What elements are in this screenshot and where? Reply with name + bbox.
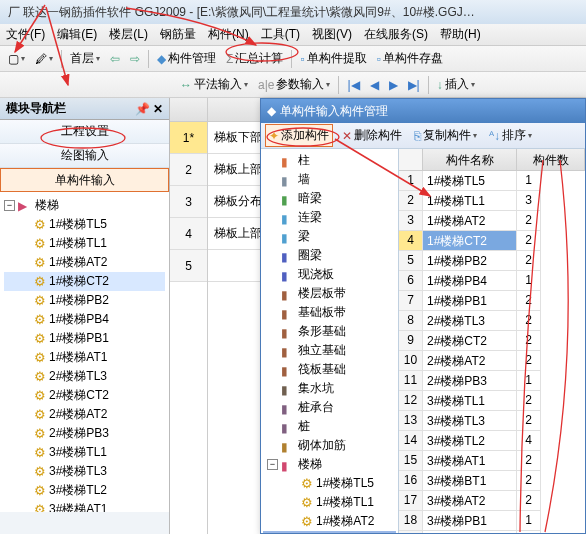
toolbar-icon-1[interactable]: ▢▾ [4, 50, 29, 68]
table-row[interactable]: 153#楼梯AT12 [399, 451, 585, 471]
table-row[interactable]: 102#楼梯AT22 [399, 351, 585, 371]
toolbar-icon-2[interactable]: 🖉▾ [31, 50, 57, 68]
table-row[interactable]: 21#楼梯TL13 [399, 191, 585, 211]
table-row[interactable]: 163#楼梯BT12 [399, 471, 585, 491]
nav-prev-icon[interactable]: ◀ [366, 76, 383, 94]
col-num[interactable] [399, 149, 423, 170]
menu-item[interactable]: 工具(T) [255, 26, 306, 43]
type-item[interactable]: ▮基础板带 [263, 303, 396, 322]
col-count[interactable]: 构件数 [517, 149, 585, 170]
table-row[interactable]: 51#楼梯PB22 [399, 251, 585, 271]
tree-item[interactable]: ⚙3#楼梯AT1 [4, 500, 165, 512]
table-row[interactable]: 61#楼梯PB41 [399, 271, 585, 291]
tree-item[interactable]: ⚙3#楼梯TL1 [4, 443, 165, 462]
table-row[interactable]: 41#楼梯CT22 [399, 231, 585, 251]
menu-item[interactable]: 构件(N) [202, 26, 255, 43]
arrow-left-icon[interactable]: ⇦ [106, 50, 124, 68]
tree-item[interactable]: ⚙1#楼梯AT1 [4, 348, 165, 367]
type-item[interactable]: ▮梁 [263, 227, 396, 246]
nav-next-icon[interactable]: ▶ [385, 76, 402, 94]
plan-input-button[interactable]: ↔ 平法输入 ▾ [176, 74, 252, 95]
type-item[interactable]: ▮墙 [263, 170, 396, 189]
tree-root-stairs[interactable]: − ▶ 楼梯 [4, 196, 165, 215]
nav-last-icon[interactable]: ▶| [404, 76, 424, 94]
tree-item[interactable]: ⚙1#楼梯TL1 [4, 234, 165, 253]
type-item[interactable]: ▮筏板基础 [263, 360, 396, 379]
type-item[interactable]: ▮桩承台 [263, 398, 396, 417]
sub-item[interactable]: ⚙1#楼梯TL1 [263, 493, 396, 512]
sub-item[interactable]: ⚙1#楼梯AT2 [263, 512, 396, 531]
tree-item[interactable]: ⚙1#楼梯TL5 [4, 215, 165, 234]
extract-button[interactable]: ▫单构件提取 [296, 48, 370, 69]
menu-item[interactable]: 钢筋量 [154, 26, 202, 43]
delete-component-button[interactable]: ✕ 删除构件 [339, 125, 405, 146]
table-row[interactable]: 173#楼梯AT22 [399, 491, 585, 511]
type-item[interactable]: ▮连梁 [263, 208, 396, 227]
type-item[interactable]: ▮楼层板带 [263, 284, 396, 303]
tree-item[interactable]: ⚙2#楼梯AT2 [4, 405, 165, 424]
type-item[interactable]: −▮楼梯 [263, 455, 396, 474]
type-item[interactable]: ▮条形基础 [263, 322, 396, 341]
table-row[interactable]: 183#楼梯PB11 [399, 511, 585, 531]
row-num[interactable]: 5 [170, 250, 207, 282]
type-item[interactable]: ▮圈梁 [263, 246, 396, 265]
tree-item[interactable]: ⚙2#楼梯TL3 [4, 367, 165, 386]
copy-component-button[interactable]: ⎘复制构件 ▾ [411, 125, 480, 146]
col-name[interactable]: 构件名称 [423, 149, 517, 170]
type-item[interactable]: ▮独立基础 [263, 341, 396, 360]
tree-item[interactable]: ⚙3#楼梯TL3 [4, 462, 165, 481]
table-row[interactable]: 92#楼梯CT22 [399, 331, 585, 351]
type-tree[interactable]: ▮柱▮墙▮暗梁▮连梁▮梁▮圈梁▮现浇板▮楼层板带▮基础板带▮条形基础▮独立基础▮… [261, 149, 399, 533]
type-item[interactable]: ▮柱 [263, 151, 396, 170]
nav-pin-icon[interactable]: 📌 [135, 102, 150, 116]
type-item[interactable]: ▮暗梁 [263, 189, 396, 208]
tree-item[interactable]: ⚙1#楼梯PB4 [4, 310, 165, 329]
row-num[interactable]: 3 [170, 186, 207, 218]
nav-first-icon[interactable]: |◀ [343, 76, 363, 94]
table-row[interactable]: 194#楼梯TL11 [399, 531, 585, 533]
collapse-icon[interactable]: − [4, 200, 15, 211]
arrow-right-icon[interactable]: ⇨ [126, 50, 144, 68]
dialog-titlebar[interactable]: ◆ 单构件输入构件管理 [261, 99, 585, 123]
collapse-icon[interactable]: − [267, 459, 278, 470]
menu-item[interactable]: 编辑(E) [51, 26, 103, 43]
tree-item[interactable]: ⚙1#楼梯AT2 [4, 253, 165, 272]
table-row[interactable]: 31#楼梯AT22 [399, 211, 585, 231]
tree-item[interactable]: ⚙1#楼梯CT2 [4, 272, 165, 291]
row-num[interactable]: 4 [170, 218, 207, 250]
add-component-button[interactable]: ✦添加构件 [265, 124, 333, 147]
menu-item[interactable]: 楼层(L) [103, 26, 154, 43]
param-input-button[interactable]: a|e 参数输入 ▾ [254, 74, 334, 95]
calc-button[interactable]: Σ 汇总计算 [222, 48, 287, 69]
type-item[interactable]: ▮砌体加筋 [263, 436, 396, 455]
table-row[interactable]: 123#楼梯TL12 [399, 391, 585, 411]
table-row[interactable]: 133#楼梯TL32 [399, 411, 585, 431]
component-manage-button[interactable]: ◆构件管理 [153, 48, 220, 69]
tree-item[interactable]: ⚙1#楼梯PB1 [4, 329, 165, 348]
menu-item[interactable]: 视图(V) [306, 26, 358, 43]
row-num[interactable]: 2 [170, 154, 207, 186]
row-num[interactable]: 1* [170, 122, 207, 154]
table-row[interactable]: 71#楼梯PB12 [399, 291, 585, 311]
tree-item[interactable]: ⚙2#楼梯CT2 [4, 386, 165, 405]
menu-item[interactable]: 帮助(H) [434, 26, 487, 43]
nav-close-icon[interactable]: ✕ [153, 102, 163, 116]
table-row[interactable]: 82#楼梯TL32 [399, 311, 585, 331]
insert-button[interactable]: ↓ 插入 ▾ [433, 74, 479, 95]
menu-item[interactable]: 在线服务(S) [358, 26, 434, 43]
table-row[interactable]: 143#楼梯TL24 [399, 431, 585, 451]
nav-btn-2[interactable]: 单构件输入 [0, 168, 169, 192]
sort-button[interactable]: ᴬ↓排序 ▾ [486, 125, 535, 146]
type-item[interactable]: ▮集水坑 [263, 379, 396, 398]
save-button[interactable]: ▫单构件存盘 [373, 48, 447, 69]
nav-btn-1[interactable]: 绘图输入 [0, 144, 169, 168]
type-item[interactable]: ▮现浇板 [263, 265, 396, 284]
sub-item[interactable]: ⚙1#楼梯CT2 [263, 531, 396, 533]
table-row[interactable]: 11#楼梯TL51 [399, 171, 585, 191]
floor-selector[interactable]: 首层 ▾ [66, 48, 104, 69]
nav-tree[interactable]: − ▶ 楼梯 ⚙1#楼梯TL5⚙1#楼梯TL1⚙1#楼梯AT2⚙1#楼梯CT2⚙… [0, 192, 169, 512]
menu-item[interactable]: 文件(F) [0, 26, 51, 43]
tree-item[interactable]: ⚙1#楼梯PB2 [4, 291, 165, 310]
tree-item[interactable]: ⚙3#楼梯TL2 [4, 481, 165, 500]
nav-btn-0[interactable]: 工程设置 [0, 120, 169, 144]
